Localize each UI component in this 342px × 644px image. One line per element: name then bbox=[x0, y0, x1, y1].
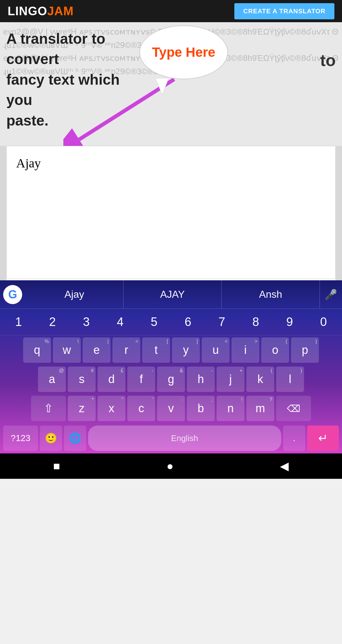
main-text-input[interactable]: Ajay bbox=[6, 146, 336, 279]
hero-title-line1: A translator to convert bbox=[6, 29, 149, 69]
key-2[interactable]: 2 bbox=[35, 312, 69, 332]
top-navigation: LINGOJAM CREATE A TRANSLATOR bbox=[0, 0, 342, 22]
key-3[interactable]: 3 bbox=[69, 312, 103, 332]
back-icon[interactable]: ◀ bbox=[280, 459, 289, 473]
key-z[interactable]: *z bbox=[68, 396, 96, 421]
suggestion-ajay[interactable]: Ajay bbox=[25, 280, 124, 309]
logo: LINGOJAM bbox=[8, 4, 74, 18]
globe-key[interactable]: 🌐 bbox=[64, 426, 86, 451]
number-row: 1 2 3 4 5 6 7 8 9 0 bbox=[0, 309, 342, 335]
logo-jam: JAM bbox=[47, 4, 73, 18]
keyboard-bottom-row: ?123 🙂 🌐 English . ↵ bbox=[0, 423, 342, 453]
speech-bubble-text: Type Here bbox=[152, 45, 215, 60]
keyboard-row-3: ⇧ *z"x'c:v;b!n?m ⌫ bbox=[0, 394, 342, 423]
suggestion-ajay-caps[interactable]: AJAY bbox=[124, 280, 222, 309]
suggestions-row: G Ajay AJAY Ansh 🎤 bbox=[0, 280, 342, 309]
google-icon: G bbox=[3, 285, 22, 304]
key-a[interactable]: @a bbox=[38, 367, 66, 392]
key-8[interactable]: 8 bbox=[239, 312, 273, 332]
key-u[interactable]: <u bbox=[202, 337, 230, 363]
speech-bubble: Type Here bbox=[139, 25, 228, 79]
key-t[interactable]: [t bbox=[142, 337, 170, 363]
key-w[interactable]: \w bbox=[53, 337, 81, 363]
key-s[interactable]: #s bbox=[68, 367, 96, 392]
keyboard-row-1: %q\w|e=r[t]y<u>i{o}p bbox=[0, 335, 342, 365]
key-d[interactable]: £d bbox=[98, 367, 125, 392]
key-c[interactable]: 'c bbox=[127, 396, 155, 421]
arrow-overlay bbox=[63, 76, 190, 146]
key-9[interactable]: 9 bbox=[273, 312, 307, 332]
key-m[interactable]: ?m bbox=[246, 396, 274, 421]
home-icon[interactable]: ● bbox=[167, 459, 174, 473]
numbers-symbols-key[interactable]: ?123 bbox=[3, 426, 38, 451]
text-input-container: Ajay bbox=[6, 146, 336, 280]
hero-section: evo2@@V | ywreᵍH ᴀᴘꜱᴊᴛᴠꜱᴄᴏᴍᴛɴʏᴠꜱ© Đhv2©®… bbox=[0, 22, 342, 146]
key-q[interactable]: %q bbox=[23, 337, 51, 363]
key-v[interactable]: :v bbox=[157, 396, 185, 421]
keyboard: G Ajay AJAY Ansh 🎤 1 2 3 4 5 6 7 8 9 0 %… bbox=[0, 280, 342, 453]
backspace-key[interactable]: ⌫ bbox=[276, 396, 311, 421]
key-6[interactable]: 6 bbox=[171, 312, 205, 332]
key-o[interactable]: {o bbox=[261, 337, 289, 363]
key-5[interactable]: 5 bbox=[137, 312, 171, 332]
keyboard-row-2: @a#s£d-f&g-h+j(k)l bbox=[0, 365, 342, 394]
period-key[interactable]: . bbox=[283, 426, 305, 451]
key-y[interactable]: ]y bbox=[172, 337, 200, 363]
key-h[interactable]: -h bbox=[187, 367, 215, 392]
textarea-section: Ajay bbox=[0, 146, 342, 280]
key-j[interactable]: +j bbox=[217, 367, 244, 392]
system-nav-bar: ■ ● ◀ bbox=[0, 453, 342, 479]
to-text: to bbox=[320, 51, 336, 70]
emoji-key[interactable]: 🙂 bbox=[40, 426, 62, 451]
logo-lingo: LINGO bbox=[8, 4, 47, 18]
key-r[interactable]: =r bbox=[112, 337, 140, 363]
key-7[interactable]: 7 bbox=[205, 312, 239, 332]
create-translator-button[interactable]: CREATE A TRANSLATOR bbox=[234, 3, 334, 19]
arrow-icon bbox=[63, 76, 190, 146]
key-n[interactable]: !n bbox=[217, 396, 244, 421]
key-l[interactable]: )l bbox=[276, 367, 304, 392]
space-key[interactable]: English bbox=[88, 426, 281, 451]
key-p[interactable]: }p bbox=[291, 337, 319, 363]
key-i[interactable]: >i bbox=[231, 337, 259, 363]
enter-key[interactable]: ↵ bbox=[307, 426, 339, 451]
key-0[interactable]: 0 bbox=[307, 312, 340, 332]
key-f[interactable]: -f bbox=[127, 367, 155, 392]
row3-keys: *z"x'c:v;b!n?m bbox=[68, 396, 274, 421]
key-4[interactable]: 4 bbox=[103, 312, 137, 332]
key-1[interactable]: 1 bbox=[2, 312, 35, 332]
key-x[interactable]: "x bbox=[98, 396, 125, 421]
key-k[interactable]: (k bbox=[246, 367, 274, 392]
key-g[interactable]: &g bbox=[157, 367, 185, 392]
key-e[interactable]: |e bbox=[83, 337, 111, 363]
recent-apps-icon[interactable]: ■ bbox=[53, 459, 60, 473]
mic-icon[interactable]: 🎤 bbox=[323, 289, 339, 301]
key-b[interactable]: ;b bbox=[187, 396, 215, 421]
suggestion-ansh[interactable]: Ansh bbox=[222, 280, 320, 309]
shift-key[interactable]: ⇧ bbox=[31, 396, 66, 421]
